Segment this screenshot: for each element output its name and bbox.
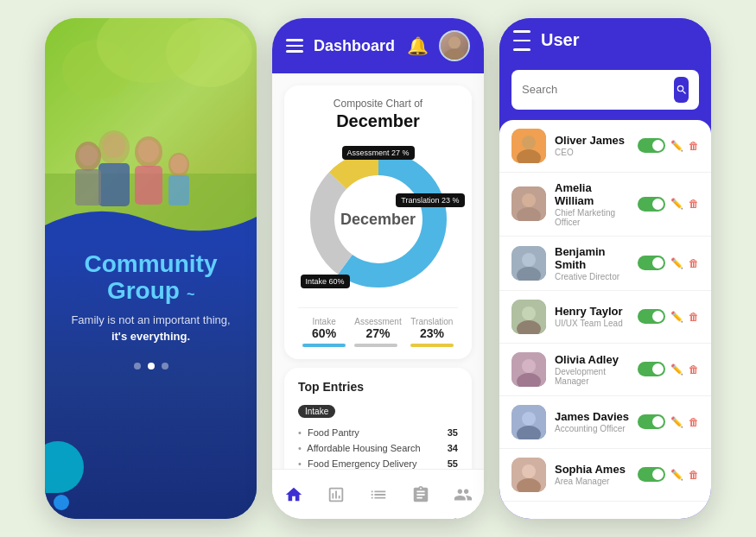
delete-amelia[interactable]: 🗑: [689, 198, 699, 210]
user-page-title: User: [541, 30, 579, 50]
stat-translation: Translation 23%: [410, 317, 454, 347]
info-amelia: Amelia William Chief Marketing Officer: [555, 181, 629, 227]
composite-chart-card: Composite Chart of December December: [284, 85, 472, 359]
name-henry: Henry Taylor: [555, 305, 629, 318]
intake-badge: Intake: [298, 405, 335, 418]
user-item-oliver: Oliver James CEO ✏️ 🗑: [499, 120, 711, 173]
user-item-benjamin: Benjamin Smith Creative Director ✏️ 🗑: [499, 237, 711, 291]
svg-point-43: [522, 464, 536, 478]
chart-subtitle: Composite Chart of: [298, 98, 458, 110]
svg-point-10: [138, 140, 159, 162]
stat-bar-assessment: [354, 344, 397, 347]
info-sophia: Sophia Ames Area Manager: [555, 463, 629, 486]
user-menu-icon[interactable]: [513, 30, 530, 51]
actions-oliver: ✏️ 🗑: [638, 138, 699, 153]
tooltip-translation: Translation 23 %: [396, 193, 464, 207]
actions-henry: ✏️ 🗑: [638, 309, 699, 324]
user-item-henry: Henry Taylor UI/UX Team Lead ✏️ 🗑: [499, 291, 711, 344]
delete-james[interactable]: 🗑: [689, 416, 699, 428]
edit-benjamin[interactable]: ✏️: [670, 257, 683, 269]
toggle-henry[interactable]: [638, 309, 665, 324]
delete-olivia[interactable]: 🗑: [689, 363, 699, 376]
dot-1[interactable]: [134, 363, 141, 370]
search-bar-container: [499, 63, 711, 120]
role-sophia: Area Manager: [555, 477, 629, 486]
actions-james: ✏️ 🗑: [638, 414, 699, 429]
edit-oliver[interactable]: ✏️: [670, 140, 683, 152]
nav-clipboard[interactable]: [411, 485, 430, 504]
chart-stats-row: Intake 60% Assessment 27% Translation 23…: [298, 307, 458, 347]
brand-tagline: Family is not an important thing, it's e…: [71, 312, 230, 345]
avatar-benjamin: [511, 246, 546, 281]
user-item-james: James Davies Accounting Officer ✏️ 🗑: [499, 396, 711, 449]
svg-point-37: [522, 359, 536, 373]
user-item-olivia: Olivia Adley Development Manager ✏️ 🗑: [499, 344, 711, 396]
toggle-oliver[interactable]: [638, 138, 665, 153]
name-olivia: Olivia Adley: [555, 353, 629, 366]
menu-icon[interactable]: [286, 39, 303, 53]
chart-title: December: [298, 111, 458, 131]
toggle-james[interactable]: [638, 414, 665, 429]
role-benjamin: Creative Director: [555, 272, 629, 281]
avatar-olivia: [511, 352, 546, 387]
search-input[interactable]: [522, 83, 667, 96]
carousel-dots[interactable]: [134, 363, 168, 370]
svg-point-7: [103, 134, 125, 158]
role-amelia: Chief Marketing Officer: [555, 208, 629, 227]
svg-point-17: [448, 36, 461, 48]
dashboard-header: Dashboard 🔔: [272, 18, 484, 73]
wave-divider: [45, 199, 257, 243]
toggle-benjamin[interactable]: [638, 256, 665, 270]
nav-people[interactable]: [454, 485, 473, 504]
svg-point-25: [522, 136, 536, 149]
nav-home[interactable]: [284, 485, 303, 504]
dot-2[interactable]: [148, 363, 155, 370]
svg-point-34: [522, 306, 536, 320]
user-avatar-header[interactable]: [439, 30, 470, 61]
delete-oliver[interactable]: 🗑: [689, 140, 699, 152]
donut-center-label: December: [340, 211, 416, 229]
decorative-blob-blue: [54, 495, 69, 510]
avatar-amelia: [511, 186, 546, 221]
info-benjamin: Benjamin Smith Creative Director: [555, 245, 629, 281]
role-henry: UI/UX Team Lead: [555, 319, 629, 328]
avatar-oliver: [511, 129, 546, 163]
tooltip-assessment: Assessment 27 %: [341, 146, 414, 160]
name-oliver: Oliver James: [555, 134, 629, 147]
donut-chart: December Assessment 27 % Translation 23 …: [301, 142, 456, 297]
toggle-olivia[interactable]: [638, 362, 665, 376]
delete-benjamin[interactable]: 🗑: [689, 257, 699, 269]
edit-amelia[interactable]: ✏️: [670, 198, 683, 210]
edit-james[interactable]: ✏️: [670, 416, 683, 428]
phone1-community: Community Group ~ Family is not an impor…: [45, 18, 257, 519]
entry-food-pantry: • Food Pantry 35: [298, 425, 458, 440]
delete-sophia[interactable]: 🗑: [689, 469, 699, 481]
role-olivia: Development Manager: [555, 367, 629, 386]
avatar-james: [511, 405, 546, 439]
delete-henry[interactable]: 🗑: [689, 311, 699, 323]
name-amelia: Amelia William: [555, 181, 629, 207]
family-photo-area: [45, 18, 257, 243]
name-sophia: Sophia Ames: [555, 463, 629, 476]
toggle-amelia[interactable]: [638, 197, 665, 212]
tooltip-intake: Intake 60%: [301, 275, 350, 288]
toggle-sophia[interactable]: [638, 467, 665, 482]
phone2-dashboard: Dashboard 🔔 Composite Chart of December: [272, 18, 484, 519]
svg-point-13: [170, 155, 187, 174]
name-benjamin: Benjamin Smith: [555, 245, 629, 271]
phone3-user: User Oliver James CEO: [499, 18, 711, 519]
svg-point-31: [522, 253, 536, 267]
search-icon: [676, 84, 688, 96]
nav-list[interactable]: [369, 485, 388, 504]
user-list: Oliver James CEO ✏️ 🗑 Amelia William Chi…: [499, 120, 711, 520]
edit-sophia[interactable]: ✏️: [670, 469, 683, 481]
edit-olivia[interactable]: ✏️: [670, 363, 683, 376]
nav-chart[interactable]: [327, 485, 346, 504]
edit-henry[interactable]: ✏️: [670, 311, 683, 323]
search-input-wrapper: [511, 70, 699, 110]
bell-icon[interactable]: 🔔: [407, 35, 429, 56]
dot-3[interactable]: [162, 363, 168, 370]
bottom-nav: [272, 469, 484, 519]
search-button[interactable]: [674, 77, 689, 103]
dashboard-title: Dashboard: [314, 37, 397, 55]
